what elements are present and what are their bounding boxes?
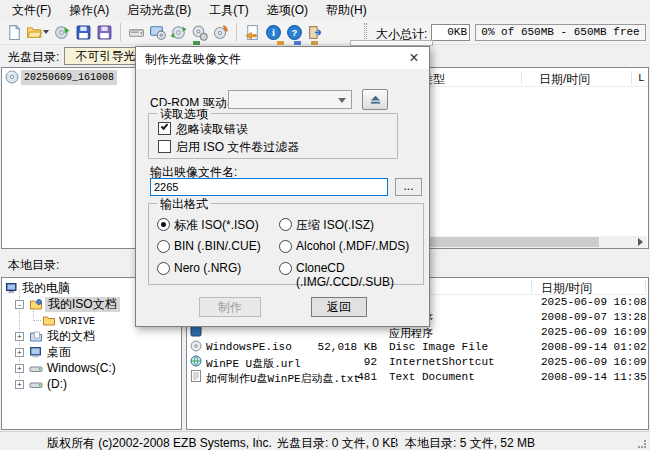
menu-actions[interactable]: 操作(A) — [60, 0, 118, 20]
iso-volume-filter-label[interactable]: 启用 ISO 文件卷过滤器 — [176, 139, 299, 156]
format-alcohol-label[interactable]: Alcohol (.MDF/.MDS) — [296, 239, 409, 253]
file-row-size: 92 — [287, 356, 377, 368]
format-bin-cue-radio[interactable] — [157, 240, 170, 253]
file-row-date[interactable]: 2008-09-14 11:35 — [541, 371, 647, 383]
file-row-date[interactable]: 2025-06-09 16:08 — [541, 296, 647, 308]
iso-folder-icon — [29, 298, 43, 311]
tree-item-my-documents[interactable]: 我的文档 — [47, 329, 95, 344]
file-row-type[interactable]: Text Document — [389, 371, 475, 383]
format-nero-label[interactable]: Nero (.NRG) — [174, 261, 241, 275]
file-row-type[interactable]: InternetShortcut — [389, 356, 495, 368]
computer-disc-icon[interactable] — [147, 22, 168, 42]
cdrom-drive-combo[interactable] — [228, 90, 352, 109]
file-row-date[interactable]: 2008-09-07 13:28 — [541, 311, 647, 323]
local-summary-text: 本地目录: 5 文件, 52 MB — [405, 435, 535, 450]
size-total-value: 0KB — [431, 24, 470, 41]
tree-item-drive-c[interactable]: Windows(C:) — [47, 361, 116, 376]
ignore-read-errors-checkbox[interactable] — [158, 122, 171, 135]
ignore-read-errors-label[interactable]: 忽略读取错误 — [176, 121, 248, 138]
format-standard-iso-label[interactable]: 标准 ISO(*.ISO) — [174, 217, 259, 234]
tree-item-drive-d[interactable]: (D:) — [47, 377, 67, 392]
format-isz-radio[interactable] — [279, 218, 292, 231]
format-isz-label[interactable]: 压缩 ISO(.ISZ) — [296, 217, 374, 234]
menu-help[interactable]: 帮助(H) — [317, 0, 376, 20]
output-format-group: 输出格式 标准 ISO(*.ISO) 压缩 ISO(.ISZ) BIN (.BI… — [148, 203, 424, 285]
hidden-toolbar-partial — [294, 41, 301, 45]
hidden-toolbar-partial — [193, 41, 200, 45]
make-image-dialog: 制作光盘映像文件 × CD-ROM 驱动器: 读取选项 忽略读取错误 启用 IS… — [135, 46, 430, 327]
convert-disc-icon[interactable] — [189, 22, 210, 42]
help-icon[interactable]: ? — [284, 22, 305, 42]
open-dropdown-icon[interactable] — [43, 30, 49, 34]
save-icon[interactable] — [73, 22, 94, 42]
dialog-title-bar[interactable]: 制作光盘映像文件 × — [136, 47, 429, 69]
expand-icon[interactable]: + — [15, 364, 24, 373]
make-image-icon[interactable] — [168, 22, 189, 42]
computer-icon — [5, 282, 19, 295]
eject-button[interactable] — [362, 89, 388, 110]
close-icon[interactable]: × — [399, 47, 429, 69]
expand-icon[interactable]: + — [15, 380, 24, 389]
format-nero-radio[interactable] — [157, 262, 170, 275]
menu-bootable[interactable]: 启动光盘(B) — [118, 0, 200, 20]
desktop-icon — [29, 346, 43, 359]
output-format-legend: 输出格式 — [157, 196, 211, 213]
file-row-date[interactable]: 2025-06-09 16:09 — [541, 356, 647, 368]
dialog-title: 制作光盘映像文件 — [145, 51, 241, 68]
copyright-text: 版权所有 (c)2002-2008 EZB Systems, Inc. — [47, 435, 272, 450]
browse-button[interactable]: ... — [395, 178, 422, 196]
export-floppy-icon[interactable] — [94, 22, 115, 42]
file-row-date[interactable]: 2025-06-09 16:09 — [541, 326, 647, 338]
tree-item-my-computer[interactable]: 我的电脑 — [22, 281, 70, 296]
burn-image-icon[interactable] — [210, 22, 231, 42]
hidden-toolbar-partial — [277, 41, 284, 45]
chevron-down-icon — [338, 98, 346, 103]
toolbar-gripper[interactable] — [364, 23, 367, 41]
menu-tools[interactable]: 工具(T) — [200, 0, 257, 20]
svg-text:?: ? — [292, 27, 298, 38]
disc-directory-label: 光盘目录: — [8, 49, 59, 66]
format-bin-cue-label[interactable]: BIN (.BIN/.CUE) — [174, 239, 261, 253]
scroll-right-icon[interactable] — [633, 236, 647, 248]
globe-icon — [190, 355, 202, 367]
make-button[interactable]: 制作 — [199, 297, 261, 317]
iso-volume-filter-checkbox[interactable] — [158, 140, 171, 153]
format-clonecd-label[interactable]: CloneCD (.IMG/.CCD/.SUB) — [296, 261, 423, 289]
file-row-type[interactable]: Disc Image File — [389, 341, 488, 353]
collapse-icon[interactable]: - — [15, 300, 24, 309]
format-standard-iso-radio[interactable] — [157, 218, 170, 231]
disc-summary-text: 光盘目录: 0 文件, 0 KB — [277, 435, 398, 450]
format-alcohol-radio[interactable] — [279, 240, 292, 253]
expand-icon[interactable]: + — [15, 348, 24, 357]
bootable-page-icon[interactable] — [242, 22, 263, 42]
text-file-icon — [190, 370, 202, 382]
documents-folder-icon — [29, 330, 43, 343]
disc-list-col-lba[interactable]: L — [638, 72, 645, 84]
disc-tree-item[interactable]: 20250609_161008 — [21, 70, 117, 85]
mount-iso-icon[interactable] — [52, 22, 73, 42]
open-folder-icon[interactable] — [25, 22, 52, 42]
burner-drive-icon[interactable] — [126, 22, 147, 42]
hidden-toolbar-partial — [311, 41, 318, 45]
output-filename-input[interactable] — [150, 178, 388, 196]
menu-options[interactable]: 选项(O) — [258, 0, 317, 20]
menu-file[interactable]: 文件(F) — [3, 0, 60, 20]
capacity-indicator: 0% of 650MB - 650MB free — [475, 24, 646, 41]
file-row-size: 52,018 KB — [287, 341, 377, 353]
status-bar: 版权所有 (c)2002-2008 EZB Systems, Inc. 光盘目录… — [0, 431, 650, 450]
format-clonecd-radio[interactable] — [279, 262, 292, 275]
drive-icon — [29, 379, 43, 392]
application-window: 文件(F) 操作(A) 启动光盘(B) 工具(T) 选项(O) 帮助(H) i … — [0, 0, 650, 450]
exit-icon[interactable] — [305, 22, 326, 42]
info-icon[interactable]: i — [263, 22, 284, 42]
drive-icon — [29, 363, 43, 376]
tree-item-my-iso-docs[interactable]: 我的ISO文档 — [45, 297, 120, 312]
back-button[interactable]: 返回 — [311, 297, 367, 317]
expand-icon[interactable]: + — [15, 332, 24, 341]
new-document-icon[interactable] — [4, 22, 25, 42]
file-row-date[interactable]: 2008-09-14 01:02 — [541, 341, 647, 353]
tree-item-vdrive[interactable]: VDRIVE — [59, 315, 95, 328]
file-row-type[interactable]: 应用程序 — [389, 326, 433, 341]
tree-item-desktop[interactable]: 桌面 — [47, 345, 71, 360]
resize-grip[interactable] — [638, 440, 646, 448]
